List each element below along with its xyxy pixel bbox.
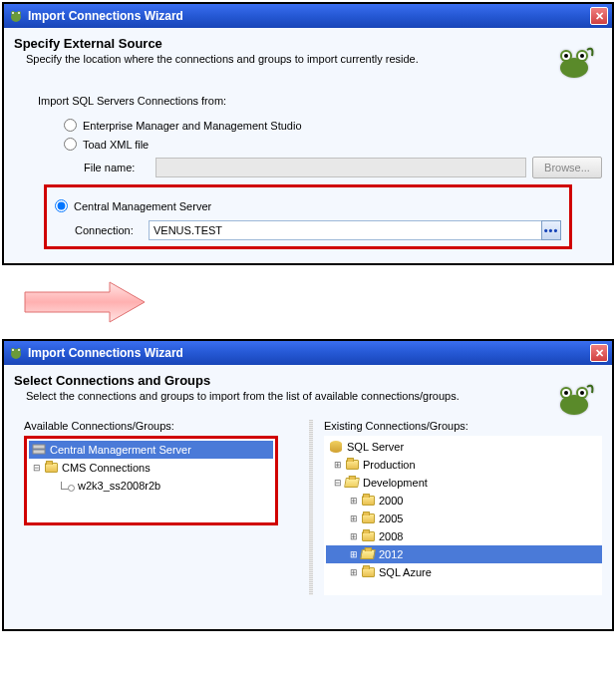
collapse-icon[interactable]: ⊟	[31, 463, 43, 473]
expand-icon[interactable]: ⊞	[348, 567, 360, 577]
tree-label: Production	[363, 459, 416, 471]
file-name-label: File name:	[84, 162, 155, 173]
svg-point-4	[18, 12, 20, 14]
sqlserver-db-icon	[328, 440, 344, 454]
wizard-window-2: Import Connections Wizard ✕ Select Conne…	[2, 339, 614, 631]
tree-label: 2012	[379, 548, 403, 560]
svg-point-10	[564, 54, 568, 58]
tree-item-2008[interactable]: ⊞ 2008	[326, 527, 600, 545]
expand-icon[interactable]: ⊞	[348, 531, 360, 541]
highlight-cms-section: Central Management Server Connection: ••…	[44, 184, 572, 249]
radio-ems[interactable]	[64, 119, 77, 132]
toad-mascot-icon-2	[552, 375, 596, 419]
radio-cms[interactable]	[55, 199, 68, 212]
toad-icon-2	[8, 345, 24, 361]
svg-point-22	[564, 391, 568, 395]
available-tree[interactable]: Central Managerment Server ⊟ CMS Connect…	[24, 436, 278, 525]
tree-label: w2k3_ss2008r2b	[78, 480, 160, 492]
toad-icon	[8, 8, 24, 24]
connection-icon	[59, 479, 75, 493]
import-from-label: Import SQL Servers Connections from:	[38, 95, 602, 107]
tree-item-connection[interactable]: w2k3_ss2008r2b	[29, 477, 273, 495]
tree-item-cms-connections[interactable]: ⊟ CMS Connections	[29, 459, 273, 477]
wizard-window-1: Import Connections Wizard ✕ Specify Exte…	[2, 2, 614, 265]
svg-point-16	[18, 349, 20, 351]
radio-toad-xml-label: Toad XML file	[83, 139, 149, 151]
svg-point-11	[580, 54, 584, 58]
close-icon-2: ✕	[595, 347, 604, 360]
server-icon	[31, 443, 47, 457]
tree-label: Development	[363, 477, 428, 489]
page-subheader-2: Select the connections and groups to imp…	[26, 390, 602, 402]
radio-cms-label: Central Management Server	[74, 200, 211, 212]
existing-tree-title: Existing Connections/Groups:	[324, 420, 602, 432]
folder-open-icon	[360, 547, 376, 561]
expand-icon[interactable]: ⊞	[348, 549, 360, 559]
svg-point-23	[580, 391, 584, 395]
folder-icon	[360, 529, 376, 543]
tree-item-development[interactable]: ⊟ Development	[326, 474, 600, 492]
connection-input[interactable]	[149, 220, 542, 240]
folder-icon	[360, 512, 376, 525]
tree-item-cms-root[interactable]: Central Managerment Server	[29, 441, 273, 459]
close-button-1[interactable]: ✕	[590, 7, 608, 25]
tree-label: SQL Server	[347, 441, 404, 453]
svg-rect-25	[33, 450, 45, 454]
radio-toad-xml[interactable]	[64, 138, 77, 151]
close-button-2[interactable]: ✕	[590, 344, 608, 362]
arrow-graphic	[0, 267, 616, 337]
tree-label: Central Managerment Server	[50, 444, 191, 456]
tree-item-sqlserver[interactable]: SQL Server	[326, 438, 600, 456]
tree-item-sql-azure[interactable]: ⊞ SQL Azure	[326, 563, 600, 581]
existing-tree[interactable]: SQL Server ⊞ Production ⊟ Development	[324, 436, 602, 595]
expand-icon[interactable]: ⊞	[348, 496, 360, 506]
tree-label: 2008	[379, 530, 403, 542]
expand-icon[interactable]: ⊞	[348, 514, 360, 523]
window-title-1: Import Connections Wizard	[28, 9, 183, 23]
connection-label: Connection:	[75, 224, 149, 236]
toad-mascot-icon-1	[552, 38, 596, 82]
browse-button: Browse...	[532, 157, 602, 178]
tree-item-2005[interactable]: ⊞ 2005	[326, 510, 600, 527]
ellipsis-icon: •••	[544, 224, 559, 236]
splitter[interactable]	[309, 420, 313, 595]
svg-point-3	[12, 12, 14, 14]
titlebar-2: Import Connections Wizard ✕	[4, 341, 612, 365]
radio-ems-label: Enterprise Manager and Management Studio	[83, 120, 302, 132]
file-name-input	[155, 158, 526, 177]
folder-icon	[344, 458, 360, 472]
collapse-icon[interactable]: ⊟	[332, 478, 344, 488]
tree-label: CMS Connections	[62, 462, 151, 474]
svg-point-15	[12, 349, 14, 351]
tree-label: SQL Azure	[379, 566, 432, 578]
connection-browse-button[interactable]: •••	[541, 220, 561, 240]
window-title-2: Import Connections Wizard	[28, 346, 183, 360]
tree-label: 2005	[379, 513, 403, 524]
folder-icon	[43, 461, 59, 475]
folder-icon	[360, 494, 376, 508]
tree-item-2012[interactable]: ⊞ 2012	[326, 545, 602, 563]
tree-item-production[interactable]: ⊞ Production	[326, 456, 600, 474]
expand-icon[interactable]: ⊞	[332, 460, 344, 470]
available-tree-title: Available Connections/Groups:	[24, 420, 278, 432]
tree-label: 2000	[379, 495, 403, 507]
page-subheader-1: Specify the location where the connectio…	[26, 53, 602, 65]
folder-open-icon	[344, 476, 360, 490]
svg-rect-24	[33, 445, 45, 449]
tree-item-2000[interactable]: ⊞ 2000	[326, 492, 600, 510]
page-header-2: Select Connections and Groups	[14, 373, 602, 388]
page-header-1: Specify External Source	[14, 36, 602, 51]
folder-icon	[360, 565, 376, 579]
titlebar-1: Import Connections Wizard ✕	[4, 4, 612, 28]
close-icon: ✕	[595, 10, 604, 23]
